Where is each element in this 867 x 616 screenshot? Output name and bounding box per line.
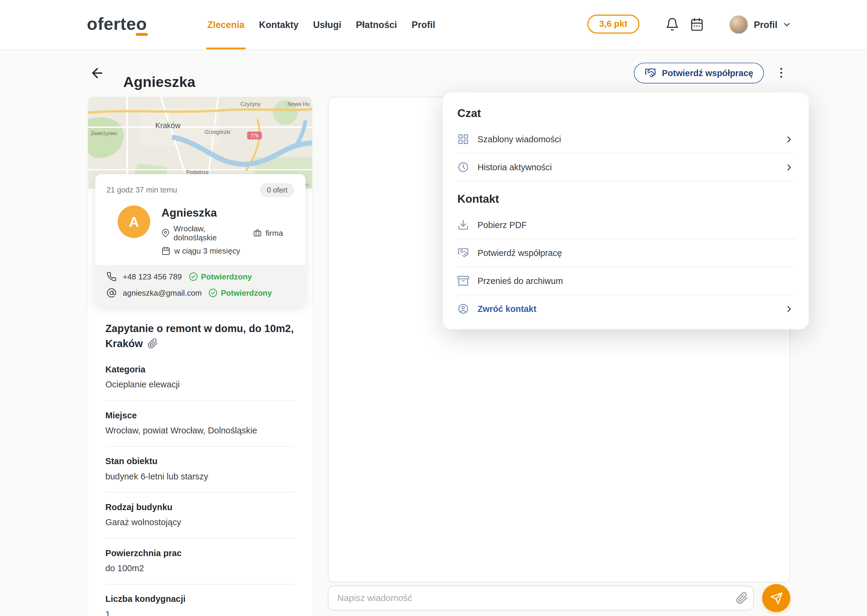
detail-value: budynek 6-letni lub starszy [106, 471, 295, 482]
menu-item-label: Historia aktywności [478, 162, 552, 172]
bell-icon [665, 17, 679, 31]
download-icon [457, 219, 469, 231]
nav-item-zlecenia[interactable]: Zlecenia [207, 0, 244, 49]
location-pin-icon [161, 229, 169, 237]
detail-section-rodzaj-budynku: Rodzaj budynku Garaż wolnostojący [106, 493, 295, 539]
phone-icon [107, 272, 117, 282]
chevron-right-icon [784, 304, 794, 314]
app-viewport: oferteo Zlecenia Kontakty Usługi Płatnoś… [0, 0, 867, 616]
lead-client-type: firma [265, 229, 283, 237]
nav-item-profil[interactable]: Profil [411, 0, 435, 49]
menu-section-czat: Czat [456, 106, 795, 126]
profile-avatar[interactable] [729, 15, 748, 34]
lead-name: Agnieszka [161, 207, 283, 220]
lead-summary-card: 21 godz 37 min temu 0 ofert A Agnieszka … [95, 174, 305, 306]
points-badge[interactable]: 3,6 pkt [587, 14, 639, 33]
more-options-button[interactable] [775, 66, 788, 80]
detail-section-stan-obiektu: Stan obiektu budynek 6-letni lub starszy [106, 447, 295, 493]
attachment-paperclip-icon[interactable] [147, 338, 158, 349]
menu-item-download-pdf[interactable]: Pobierz PDF [456, 211, 795, 239]
main-nav: Zlecenia Kontakty Usługi Płatności Profi… [207, 0, 435, 49]
kebab-menu-icon [775, 66, 788, 80]
profile-menu-button[interactable]: Profil [754, 0, 791, 49]
back-button[interactable] [90, 66, 105, 81]
nav-item-kontakty[interactable]: Kontakty [259, 0, 298, 49]
navbar: oferteo Zlecenia Kontakty Usługi Płatnoś… [0, 0, 867, 49]
attach-file-button[interactable] [736, 592, 748, 604]
request-title-text: Zapytanie o remont w domu, do 10m2, Krak… [106, 322, 294, 349]
detail-section-kondygnacje: Liczba kondygnacji 1 [106, 585, 295, 616]
detail-section-kategoria: Kategoria Ocieplanie elewacji [106, 355, 295, 401]
lead-phone: +48 123 456 789 [123, 272, 182, 281]
email-row[interactable]: agnieszka@gmail.com Potwierdzony [107, 288, 295, 298]
nav-item-uslugi[interactable]: Usługi [313, 0, 341, 49]
at-sign-icon [107, 288, 117, 298]
email-verified-badge: Potwierdzony [208, 288, 272, 298]
contact-box: +48 123 456 789 Potwierdzony agnieszka@g… [95, 265, 305, 306]
detail-label: Miejsce [106, 410, 295, 421]
chevron-right-icon [784, 162, 794, 172]
chevron-right-icon [784, 134, 794, 145]
brand-logo[interactable]: oferteo [87, 14, 147, 34]
profile-menu-label: Profil [754, 19, 777, 30]
confirm-collaboration-button[interactable]: Potwierdź współpracę [634, 63, 764, 83]
menu-item-label: Przenieś do archiwum [478, 276, 563, 286]
detail-value: do 100m2 [106, 563, 295, 573]
chevron-down-icon [782, 20, 791, 29]
lead-avatar: A [118, 206, 150, 238]
detail-value: Ocieplanie elewacji [106, 380, 295, 390]
map-label-city: Kraków [155, 121, 181, 130]
phone-verified-badge: Potwierdzony [188, 272, 252, 282]
detail-label: Liczba kondygnacji [106, 594, 295, 604]
detail-label: Powierzchnia prac [106, 548, 295, 558]
menu-item-label: Zwróć kontakt [478, 304, 536, 314]
map-attribution: rs [306, 182, 309, 187]
menu-section-kontakt: Kontakt [456, 181, 795, 211]
menu-item-move-to-archive[interactable]: Przenieś do archiwum [456, 267, 795, 295]
clock-icon [457, 161, 469, 173]
lead-details-panel: 776 Kraków Zwierzyniec Grzegórzki Podgór… [88, 97, 312, 616]
menu-item-label: Szablony wiadomości [478, 134, 561, 145]
phone-row[interactable]: +48 123 456 789 Potwierdzony [107, 272, 295, 282]
map-label-zwierzyniec: Zwierzyniec [91, 130, 117, 136]
detail-section-powierzchnia: Powierzchnia prac do 100m2 [106, 538, 295, 585]
request-details: Zapytanie o remont w domu, do 10m2, Krak… [88, 322, 312, 616]
confirm-collaboration-label: Potwierdź współpracę [662, 68, 753, 78]
send-message-button[interactable] [762, 584, 790, 612]
map-label-czyzyny: Czyżyny [241, 101, 261, 107]
phone-verified-label: Potwierdzony [201, 272, 252, 281]
page-title: Agnieszka [123, 74, 195, 91]
detail-value: 1 [106, 609, 295, 616]
lead-email: agnieszka@gmail.com [123, 288, 202, 297]
offers-count-badge: 0 ofert [260, 183, 294, 197]
notifications-button[interactable] [665, 17, 679, 31]
arrow-left-icon [90, 66, 105, 81]
templates-grid-icon [457, 133, 469, 145]
menu-item-label: Pobierz PDF [478, 220, 527, 230]
detail-section-miejsce: Miejsce Wrocław, powiat Wrocław, Dolnośl… [106, 401, 295, 447]
lead-timeframe: w ciągu 3 miesięcy [174, 246, 240, 255]
nav-item-platnosci[interactable]: Płatności [356, 0, 397, 49]
message-input[interactable] [328, 586, 754, 610]
archive-icon [457, 275, 469, 287]
detail-value: Garaż wolnostojący [106, 517, 295, 528]
menu-item-label: Potwierdź współpracę [478, 248, 562, 258]
detail-label: Kategoria [106, 364, 295, 374]
calendar-button[interactable] [690, 17, 704, 31]
menu-item-templates[interactable]: Szablony wiadomości [456, 126, 795, 153]
return-contact-icon [457, 303, 469, 314]
logo-last-letter: o [136, 14, 147, 34]
email-verified-label: Potwierdzony [221, 288, 272, 297]
lead-time-ago: 21 godz 37 min temu [107, 186, 177, 194]
handshake-icon [457, 247, 469, 259]
paperclip-icon [736, 592, 748, 604]
lead-location: Wrocław, dolnośląskie [174, 224, 244, 242]
calendar-small-icon [161, 246, 170, 255]
lead-summary-top: 21 godz 37 min temu 0 ofert A Agnieszka … [95, 174, 305, 255]
menu-item-return-contact[interactable]: Zwróć kontakt [456, 295, 795, 322]
detail-label: Rodzaj budynku [106, 502, 295, 512]
send-icon [770, 592, 783, 605]
check-circle-icon [208, 288, 218, 298]
menu-item-activity-history[interactable]: Historia aktywności [456, 153, 795, 181]
menu-item-confirm-collaboration[interactable]: Potwierdź współpracę [456, 239, 795, 267]
